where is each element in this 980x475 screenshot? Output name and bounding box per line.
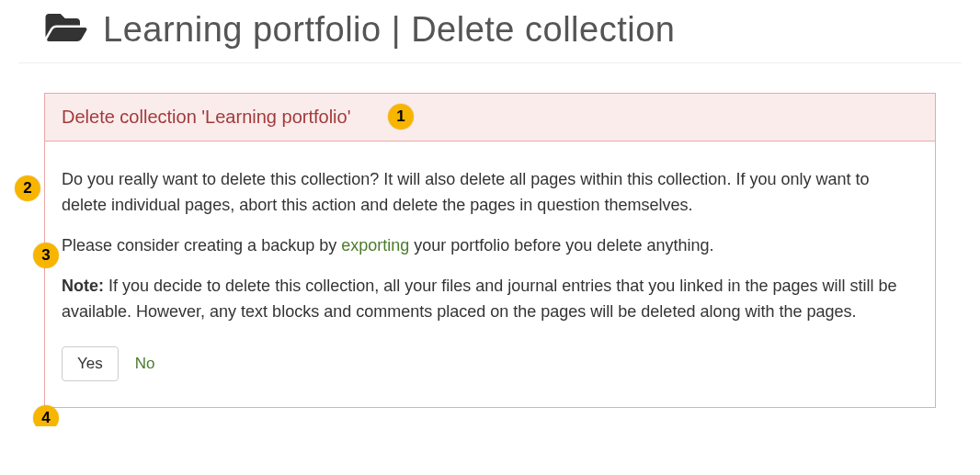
panel-body: Do you really want to delete this collec… <box>45 141 935 407</box>
note-label: Note: <box>62 277 104 295</box>
page-title: Learning portfolio | Delete collection <box>103 10 675 50</box>
page-header: Learning portfolio | Delete collection <box>18 0 962 63</box>
button-row: Yes No <box>62 346 918 381</box>
panel-header: Delete collection 'Learning portfolio' <box>45 94 935 141</box>
annotation-callout-1: 1 <box>388 104 414 130</box>
backup-text: Please consider creating a backup by exp… <box>62 233 918 259</box>
exporting-link[interactable]: exporting <box>341 236 409 254</box>
note-text: Note: If you decide to delete this colle… <box>62 274 918 325</box>
annotation-callout-3: 3 <box>33 243 59 268</box>
folder-open-icon <box>44 9 88 50</box>
annotation-callout-4: 4 <box>33 405 59 426</box>
confirm-text: Do you really want to delete this collec… <box>62 167 918 219</box>
backup-post: your portfolio before you delete anythin… <box>409 236 713 254</box>
annotation-callout-2: 2 <box>15 175 40 201</box>
delete-collection-panel: Delete collection 'Learning portfolio' D… <box>44 93 936 408</box>
yes-button[interactable]: Yes <box>62 346 119 381</box>
backup-pre: Please consider creating a backup by <box>62 236 341 254</box>
no-button[interactable]: No <box>135 355 155 373</box>
note-body: If you decide to delete this collection,… <box>62 277 897 321</box>
panel-wrapper: 1 2 3 4 Delete collection 'Learning port… <box>44 93 936 408</box>
